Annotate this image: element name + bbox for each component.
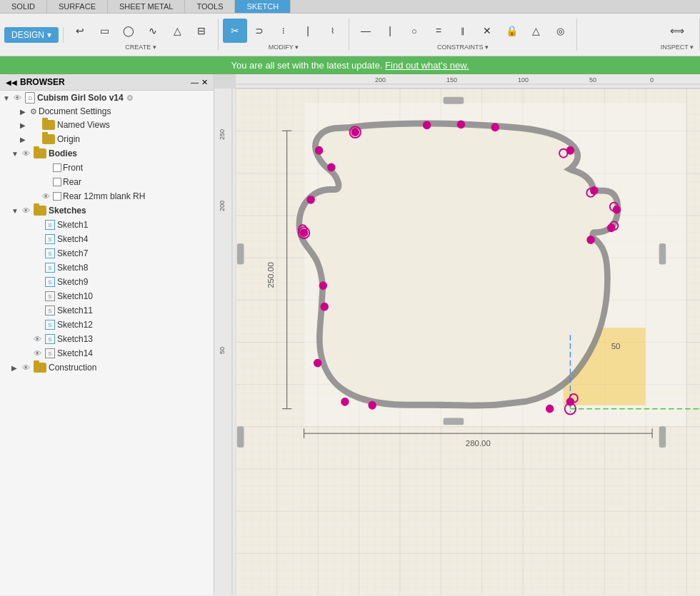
info-link[interactable]: Find out what's new. bbox=[385, 60, 469, 71]
undo-arc-icon[interactable]: ↩ bbox=[68, 19, 92, 43]
spline-icon[interactable]: ∿ bbox=[141, 19, 165, 43]
eye-icon-construction[interactable]: 👁 bbox=[20, 362, 31, 373]
break-icon[interactable]: ⫶ bbox=[271, 19, 296, 43]
circle-constraint-icon[interactable]: ○ bbox=[402, 19, 426, 43]
polygon-icon[interactable]: △ bbox=[165, 19, 189, 43]
tab-surface[interactable]: SURFACE bbox=[47, 0, 108, 13]
folder-icon-construction bbox=[34, 363, 46, 373]
sidebar-item-doc-settings[interactable]: ▶ ⚙ Document Settings bbox=[0, 105, 214, 118]
tab-sketch[interactable]: SKETCH bbox=[235, 0, 291, 13]
sidebar-item-named-views[interactable]: ▶ 👁 Named Views bbox=[0, 118, 214, 132]
eye-icon-sketch8[interactable]: 👁 bbox=[31, 262, 43, 273]
sidebar-item-sketch1[interactable]: 👁 S Sketch1 bbox=[0, 218, 214, 232]
folder-icon-named-views bbox=[42, 120, 55, 130]
expand-front[interactable]: ▶ bbox=[31, 164, 40, 172]
sketch11-label: Sketch11 bbox=[57, 305, 93, 315]
sidebar-item-sketches[interactable]: ▼ 👁 Sketches bbox=[0, 203, 214, 218]
eye-icon-sketch10[interactable]: 👁 bbox=[31, 291, 43, 302]
sidebar: ◀◀ BROWSER — ✕ ▼ 👁 □ Cubism Girl Solo v1… bbox=[0, 74, 214, 595]
expand-btn[interactable]: ✕ bbox=[201, 78, 208, 87]
horizontal-icon[interactable]: — bbox=[354, 19, 378, 43]
eye-icon-origin[interactable]: 👁 bbox=[29, 133, 40, 145]
sidebar-item-sketch14[interactable]: 👁 S Sketch14 bbox=[0, 346, 214, 360]
eye-icon-named-views[interactable]: 👁 bbox=[29, 119, 40, 131]
measure-icon[interactable]: ⟺ bbox=[665, 19, 689, 43]
eye-icon-sketch13[interactable]: 👁 bbox=[31, 333, 43, 345]
extend-icon[interactable]: ⊃ bbox=[247, 19, 271, 43]
design-label: DESIGN bbox=[11, 30, 44, 40]
sidebar-item-sketch4[interactable]: 👁 S Sketch4 bbox=[0, 232, 214, 246]
eye-icon-rear[interactable]: 👁 bbox=[40, 176, 51, 188]
design-dropdown[interactable]: DESIGN ▾ bbox=[4, 27, 59, 43]
tree-root[interactable]: ▼ 👁 □ Cubism Girl Solo v14 ⚙ bbox=[0, 91, 214, 105]
parallel-icon[interactable]: ∥ bbox=[451, 19, 475, 43]
expand-named-views[interactable]: ▶ bbox=[20, 121, 29, 129]
canvas-area[interactable]: 200 150 100 50 0 250 200 50 bbox=[214, 74, 700, 595]
offset-icon[interactable]: | bbox=[296, 19, 320, 43]
svg-point-34 bbox=[546, 405, 554, 413]
vertical-icon[interactable]: | bbox=[378, 19, 402, 43]
sidebar-item-sketch7[interactable]: 👁 S Sketch7 bbox=[0, 246, 214, 261]
sidebar-item-rear[interactable]: ▶ 👁 Rear bbox=[0, 175, 214, 189]
tab-tools[interactable]: TOOLS bbox=[185, 0, 235, 13]
sidebar-item-sketch8[interactable]: 👁 S Sketch8 bbox=[0, 261, 214, 275]
expand-rear-12mm[interactable]: ▶ bbox=[31, 193, 40, 201]
constraints-label: CONSTRAINTS ▾ bbox=[437, 44, 489, 51]
root-settings-icon[interactable]: ⚙ bbox=[126, 94, 134, 103]
sidebar-item-construction[interactable]: ▶ 👁 Construction bbox=[0, 360, 214, 375]
sidebar-item-origin[interactable]: ▶ 👁 Origin bbox=[0, 132, 214, 146]
sidebar-item-sketch12[interactable]: 👁 S Sketch12 bbox=[0, 318, 214, 332]
expand-origin[interactable]: ▶ bbox=[20, 136, 29, 143]
expand-doc-settings[interactable]: ▶ bbox=[20, 108, 29, 116]
eye-icon-sketch12[interactable]: 👁 bbox=[31, 319, 43, 330]
eye-icon-rear-12mm[interactable]: 👁 bbox=[40, 191, 51, 202]
checkbox-rear-12mm[interactable] bbox=[53, 192, 61, 201]
concentric-icon[interactable]: ◎ bbox=[548, 19, 572, 43]
sidebar-item-bodies[interactable]: ▼ 👁 Bodies bbox=[0, 146, 214, 161]
expand-construction[interactable]: ▶ bbox=[11, 364, 20, 372]
eye-icon-root[interactable]: 👁 bbox=[11, 92, 23, 103]
collapse-btn[interactable]: — bbox=[191, 78, 199, 87]
eye-icon-sketch11[interactable]: 👁 bbox=[31, 305, 43, 316]
checkbox-rear[interactable] bbox=[53, 178, 61, 186]
tab-solid[interactable]: SOLID bbox=[0, 0, 47, 13]
svg-rect-59 bbox=[659, 243, 666, 265]
drawing-area[interactable]: 250.00 280.00 50 bbox=[236, 89, 700, 595]
eye-icon-bodies[interactable]: 👁 bbox=[20, 148, 31, 159]
svg-rect-0 bbox=[236, 74, 700, 88]
checkbox-front[interactable] bbox=[53, 163, 61, 172]
eye-icon-sketch7[interactable]: 👁 bbox=[31, 248, 43, 259]
slot-icon[interactable]: ⊟ bbox=[189, 19, 214, 43]
expand-rear[interactable]: ▶ bbox=[31, 178, 40, 186]
eye-icon-sketch14[interactable]: 👁 bbox=[31, 348, 43, 359]
collapse-arrow[interactable]: ◀◀ bbox=[6, 79, 17, 86]
eye-icon-sketches[interactable]: 👁 bbox=[20, 205, 31, 216]
rectangle-icon[interactable]: ▭ bbox=[92, 19, 116, 43]
create-label: CREATE ▾ bbox=[125, 44, 156, 51]
tangent-icon[interactable]: △ bbox=[524, 19, 548, 43]
circle-icon[interactable]: ◯ bbox=[116, 19, 141, 43]
perpendicular-icon[interactable]: ✕ bbox=[475, 19, 499, 43]
eye-icon-sketch4[interactable]: 👁 bbox=[31, 233, 43, 245]
eye-icon-front[interactable]: 👁 bbox=[40, 162, 51, 173]
sidebar-item-sketch11[interactable]: 👁 S Sketch11 bbox=[0, 303, 214, 318]
sidebar-item-front[interactable]: ▶ 👁 Front bbox=[0, 161, 214, 175]
expand-bodies[interactable]: ▼ bbox=[11, 150, 20, 158]
sidebar-item-sketch9[interactable]: 👁 S Sketch9 bbox=[0, 275, 214, 289]
trim-icon[interactable]: ✂ bbox=[223, 19, 247, 43]
expand-icon[interactable]: ▼ bbox=[3, 94, 11, 102]
lock-icon[interactable]: 🔒 bbox=[499, 19, 524, 43]
svg-point-35 bbox=[369, 402, 376, 409]
modify-icons: ✂ ⊃ ⫶ | ⌇ bbox=[223, 19, 344, 43]
sidebar-item-sketch13[interactable]: 👁 S Sketch13 bbox=[0, 332, 214, 346]
project-icon[interactable]: ⌇ bbox=[320, 19, 344, 43]
eye-icon-sketch1[interactable]: 👁 bbox=[31, 219, 43, 231]
sidebar-item-sketch10[interactable]: 👁 S Sketch10 bbox=[0, 289, 214, 303]
sidebar-item-rear-12mm[interactable]: ▶ 👁 Rear 12mm blank RH bbox=[0, 189, 214, 203]
eye-icon-sketch9[interactable]: 👁 bbox=[31, 276, 43, 288]
expand-sketches[interactable]: ▼ bbox=[11, 207, 20, 215]
equal-icon[interactable]: = bbox=[426, 19, 451, 43]
sketch12-label: Sketch12 bbox=[57, 320, 93, 330]
tab-sheet-metal[interactable]: SHEET METAL bbox=[108, 0, 185, 13]
folder-icon-sketches bbox=[34, 206, 46, 216]
